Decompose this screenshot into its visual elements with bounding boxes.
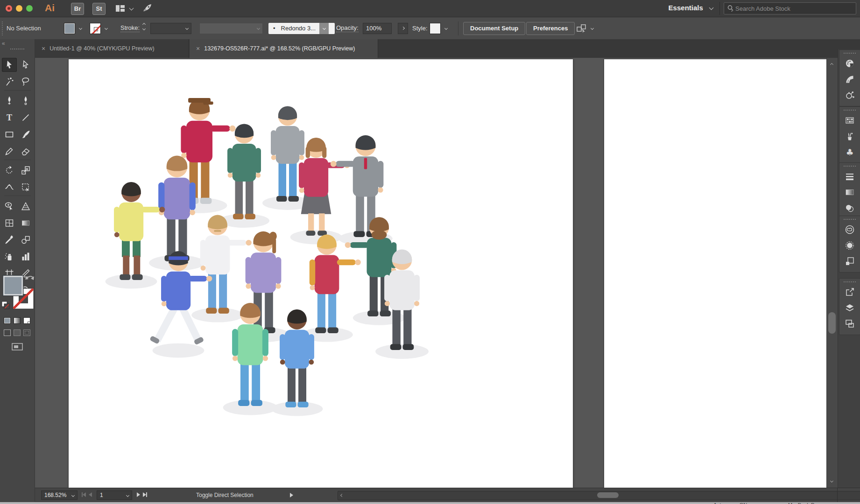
- preferences-button[interactable]: Preferences: [526, 22, 575, 35]
- opacity-input[interactable]: 100%: [363, 23, 392, 34]
- width-tool[interactable]: [2, 180, 17, 194]
- eyedropper-tool[interactable]: [2, 233, 17, 247]
- panel-drag-handle[interactable]: [844, 110, 856, 111]
- touch-workspace-icon[interactable]: [576, 17, 588, 39]
- canvas-area[interactable]: [35, 58, 838, 488]
- shape-builder-tool[interactable]: [2, 199, 17, 213]
- tab-close-icon[interactable]: ×: [196, 45, 200, 52]
- default-fill-stroke-icon[interactable]: [2, 301, 9, 309]
- first-artboard-button[interactable]: [82, 492, 86, 498]
- pen-tool[interactable]: [2, 94, 17, 108]
- artboard-number-dropdown[interactable]: 1: [97, 490, 132, 500]
- next-artboard-button[interactable]: [137, 492, 140, 498]
- swap-fill-stroke-icon[interactable]: [25, 276, 34, 280]
- type-tool[interactable]: T: [2, 111, 17, 125]
- transparency-panel-button[interactable]: [839, 200, 860, 216]
- tab-untitled-1[interactable]: × Untitled-1 @ 40% (CMYK/GPU Preview): [35, 39, 189, 58]
- stock-search[interactable]: [724, 2, 856, 14]
- fill-chevron-icon[interactable]: [79, 27, 82, 30]
- cc-libraries-panel-button[interactable]: [839, 222, 860, 238]
- column-graph-tool[interactable]: [18, 250, 33, 264]
- zoom-level-dropdown[interactable]: 168.52%: [41, 490, 78, 500]
- minimize-window-button[interactable]: [16, 5, 22, 12]
- export-panel-button[interactable]: [839, 284, 860, 300]
- rectangle-tool[interactable]: [2, 127, 17, 141]
- pencil-tool[interactable]: [2, 144, 17, 158]
- status-indicator[interactable]: Toggle Direct Selection: [196, 488, 254, 502]
- close-window-button[interactable]: [6, 5, 12, 12]
- gradient-mode-button[interactable]: [14, 317, 21, 324]
- stroke-color-swatch[interactable]: [90, 17, 101, 39]
- scroll-down-icon[interactable]: [830, 479, 833, 483]
- horizontal-scrollbar[interactable]: [338, 491, 860, 500]
- stroke-weight-stepper[interactable]: [143, 23, 145, 30]
- document-setup-button[interactable]: Document Setup: [463, 22, 525, 35]
- vertical-scrollbar[interactable]: [826, 58, 838, 488]
- horizontal-scroll-thumb[interactable]: [597, 492, 619, 498]
- screen-mode-button[interactable]: [11, 343, 23, 353]
- image-trace-panel-button[interactable]: [839, 238, 860, 253]
- draw-behind-button[interactable]: [14, 329, 21, 336]
- panel-drag-handle[interactable]: [844, 281, 856, 282]
- gradient-panel-panel-button[interactable]: [839, 184, 860, 200]
- color-guide-panel-button[interactable]: [839, 71, 860, 87]
- eraser-tool[interactable]: [18, 144, 33, 158]
- stroke-chevron-icon[interactable]: [105, 27, 108, 30]
- brushes-panel-button[interactable]: [839, 128, 860, 144]
- lasso-tool[interactable]: [18, 75, 33, 89]
- arrange-documents-icon[interactable]: [115, 3, 126, 15]
- search-input[interactable]: [734, 5, 853, 13]
- panel-drag-handle[interactable]: [844, 219, 856, 220]
- controlbar-drag-handle[interactable]: [2, 21, 3, 35]
- collapse-panel-icon[interactable]: «: [2, 40, 5, 47]
- perspective-grid-tool[interactable]: [18, 199, 33, 213]
- gpu-performance-rocket-icon[interactable]: [142, 3, 153, 15]
- layers-panel-button[interactable]: [839, 300, 860, 316]
- stroke-panel-button[interactable]: [839, 168, 860, 184]
- stroke-weight-dropdown[interactable]: [150, 23, 191, 34]
- touch-workspace-chevron-icon[interactable]: [591, 27, 594, 30]
- recolor-artwork-panel-button[interactable]: [839, 87, 860, 103]
- magic-wand-tool[interactable]: [2, 75, 17, 89]
- stroke-panel-link[interactable]: Stroke:: [120, 24, 140, 32]
- scale-tool[interactable]: [18, 163, 33, 177]
- variable-width-profile-dropdown[interactable]: [199, 23, 263, 34]
- draw-normal-button[interactable]: [4, 329, 11, 336]
- tab-132679-os526r[interactable]: × 132679-OS526R-777.ai* @ 168.52% (RGB/G…: [190, 39, 378, 58]
- color-panel-button[interactable]: [839, 56, 860, 71]
- line-segment-tool[interactable]: [18, 111, 33, 125]
- style-chevron-icon[interactable]: [444, 27, 448, 30]
- arrange-documents-chevron-icon[interactable]: [129, 6, 134, 11]
- symbols-panel-button[interactable]: ♣: [839, 144, 860, 160]
- curvature-tool[interactable]: [18, 94, 33, 108]
- vertical-scroll-thumb[interactable]: [828, 312, 836, 334]
- previous-artboard-button[interactable]: [89, 492, 92, 498]
- scroll-left-icon[interactable]: [340, 494, 344, 497]
- asset-export-panel-button[interactable]: [839, 253, 860, 269]
- symbol-sprayer-tool[interactable]: [2, 250, 17, 264]
- stock-button[interactable]: St: [92, 3, 106, 15]
- last-artboard-button[interactable]: [143, 492, 147, 498]
- rotate-tool[interactable]: [2, 163, 17, 177]
- draw-inside-button[interactable]: [23, 329, 30, 336]
- gradient-tool[interactable]: [18, 216, 33, 230]
- brush-definition-dropdown[interactable]: • Redondo 3...: [268, 23, 335, 34]
- opacity-panel-link[interactable]: Opacity:: [336, 24, 359, 32]
- paintbrush-tool[interactable]: [18, 127, 33, 141]
- style-swatch[interactable]: [430, 17, 441, 39]
- blend-tool[interactable]: [18, 233, 33, 247]
- bridge-button[interactable]: Br: [71, 3, 84, 15]
- none-mode-button[interactable]: [23, 317, 30, 324]
- direct-selection-tool[interactable]: [18, 58, 33, 72]
- workspace-switcher[interactable]: Essentials: [669, 4, 713, 12]
- mesh-tool[interactable]: [2, 216, 17, 230]
- zoom-window-button[interactable]: [26, 5, 33, 12]
- fill-color-swatch[interactable]: [64, 17, 75, 39]
- swatches-panel-button[interactable]: [839, 112, 860, 128]
- selection-tool[interactable]: [2, 58, 17, 72]
- artboards-panel-button[interactable]: [839, 316, 860, 332]
- status-options-button[interactable]: [290, 488, 293, 502]
- scroll-up-icon[interactable]: [830, 63, 833, 66]
- panel-drag-handle[interactable]: [844, 53, 856, 54]
- tab-close-icon[interactable]: ×: [42, 45, 45, 52]
